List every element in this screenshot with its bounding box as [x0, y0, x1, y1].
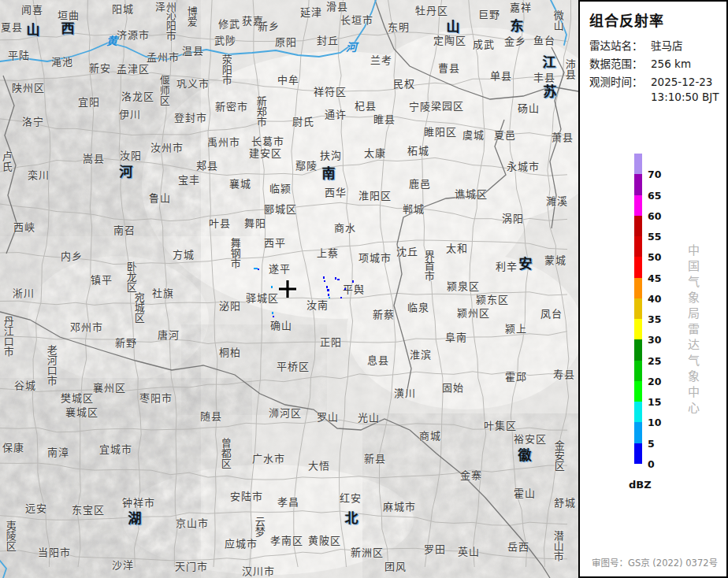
map-label: 内乡: [61, 251, 83, 261]
map-label: 桐柏: [219, 347, 241, 358]
map-label: 柘城: [407, 146, 429, 156]
map-label: 成武: [473, 39, 495, 50]
map-label: 郾城区: [264, 204, 297, 214]
dbz-scale-segment: [634, 236, 642, 257]
dbz-scale-segment: [634, 361, 642, 381]
map-label: 封丘: [317, 35, 339, 46]
map-label: 延津: [300, 7, 322, 17]
map-label: 永城市: [507, 161, 540, 172]
radar-echo: [344, 288, 346, 290]
map-label: 卧龙区: [125, 261, 136, 292]
dbz-tick-label: 70: [648, 169, 661, 180]
map-label: 扶沟: [320, 150, 342, 161]
map-label: 金安区: [553, 440, 564, 471]
province-label: 南: [322, 167, 336, 180]
dbz-tick-label: 5: [648, 437, 655, 449]
dbz-tick-label: 25: [648, 354, 661, 366]
map-label: 鹿邑: [409, 179, 431, 189]
map-label: 汝阳: [120, 150, 142, 161]
map-label: 利辛: [496, 261, 518, 272]
map-label: 鱼台: [533, 35, 555, 46]
map-label: 天门市: [175, 561, 208, 572]
map-label: 原阳: [275, 37, 297, 47]
map-label: 巨野: [478, 9, 500, 20]
map-label: 襄城区: [65, 407, 98, 417]
map-label: 鲁山: [149, 193, 171, 203]
dbz-tick-label: 60: [648, 209, 661, 221]
map-label: 当阳市: [38, 547, 71, 558]
map-label: 东宝区: [72, 505, 105, 515]
map-label: 兰考: [370, 55, 392, 65]
map-label: 太和: [446, 243, 468, 254]
range-label: 数据范围：: [589, 55, 651, 71]
map-label: 宁陵: [409, 102, 431, 112]
map-label: 颍州区: [457, 308, 490, 318]
map-label: 卢氏: [1, 151, 12, 172]
dbz-scale-segment: [634, 154, 642, 174]
dbz-unit-label: dBZ: [629, 479, 652, 491]
map-label: 枣阳市: [139, 393, 173, 403]
dbz-tick-label: 55: [648, 231, 661, 243]
map-label: 睢县: [373, 114, 396, 124]
province-label: 安: [519, 258, 533, 271]
map-label: 宝丰: [178, 175, 200, 185]
map-label: 伊川: [119, 109, 141, 120]
map-label: 丹江口市: [2, 316, 13, 357]
dbz-tick-label: 10: [648, 417, 661, 428]
map-label: 丰县: [533, 72, 555, 83]
dbz-tick-label: 45: [648, 272, 661, 283]
map-label: 南召: [113, 225, 136, 235]
map-label: 曾都区: [220, 438, 231, 469]
map-label: 麻城市: [383, 502, 416, 512]
map-label: 郸城: [403, 204, 425, 214]
map-label: 新密市: [215, 102, 248, 112]
map-label: 长葛市: [251, 136, 284, 146]
radar-echo: [324, 280, 325, 282]
radar-echo: [327, 289, 329, 291]
map-label: 西华: [325, 187, 347, 198]
dbz-tick-label: 30: [648, 334, 661, 346]
map-label: 砀山: [518, 103, 540, 113]
range-row: 数据范围：256 km: [589, 55, 691, 71]
map-label: 禹州市: [207, 137, 240, 147]
map-label: 罗山: [317, 412, 339, 422]
map-label: 尉氏: [292, 117, 314, 127]
map-label: 颍东区: [476, 295, 509, 305]
map-label: 沛县: [564, 59, 575, 80]
map-label: 平舆: [343, 284, 365, 295]
map-label: 淮阳区: [358, 191, 392, 201]
map-label: 沁阳市: [165, 10, 176, 41]
map-label: 新郑市: [255, 96, 266, 127]
map-label: 潢川: [394, 388, 416, 398]
map-label: 栾川: [28, 170, 50, 180]
map-label: 商水: [334, 223, 356, 233]
map-label: 汉川市: [242, 566, 275, 576]
watermark-text: 中国气象局雷达气象中心: [685, 244, 701, 417]
map-label: 渑池: [51, 57, 73, 67]
map-label: 保康: [2, 443, 24, 453]
map-label: 浉河区: [269, 408, 302, 418]
map-label: 裕安区: [514, 434, 547, 444]
map-label: 新野: [115, 338, 137, 348]
map-label: 英山: [458, 547, 480, 557]
map-label: 濉溪: [546, 196, 568, 206]
map-label: 虞城: [462, 130, 485, 140]
province-label: 西: [61, 22, 75, 35]
radar-echo: [352, 280, 354, 283]
map-label: 叶集区: [484, 421, 517, 431]
map-label: 温县: [182, 46, 204, 56]
map-label: 垣曲: [58, 10, 80, 20]
map-label: 襄城: [229, 179, 251, 189]
map-label: 固始: [442, 383, 464, 393]
dbz-scale-segment: [634, 422, 642, 443]
map-label: 宜城市: [99, 444, 132, 454]
map-label: 社旗: [152, 288, 174, 298]
map-label: 确山: [270, 320, 292, 331]
station-label: 雷达站名：: [589, 37, 651, 53]
radar-echo: [340, 297, 342, 298]
map-label: 新安: [89, 63, 111, 73]
radar-echo: [328, 294, 329, 296]
map-label: 项城市: [358, 253, 392, 263]
dbz-scale-segment: [634, 174, 642, 195]
map-approval-number: 审图号：GS京 (2022) 0372号: [592, 556, 718, 569]
